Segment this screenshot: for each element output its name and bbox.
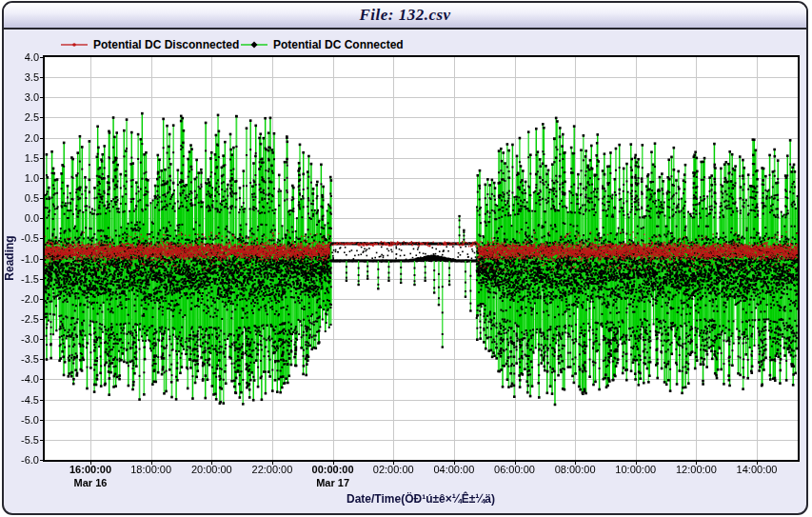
x-tick-label: 14:00:00	[723, 464, 790, 475]
x-tick-label: 08:00:00	[542, 464, 608, 475]
legend-label-disconnected: Potential DC Disconnected	[93, 38, 239, 51]
connected-series-marker-icon	[240, 36, 268, 53]
x-tick-label: 20:00:00	[178, 464, 245, 475]
y-tick-label: -3.0	[10, 333, 39, 345]
window-titlebar: File: 132.csv	[4, 3, 806, 30]
chart-canvas[interactable]	[38, 52, 807, 468]
x-tick-label: 18:00:00	[118, 464, 185, 475]
legend-label-connected: Potential DC Connected	[273, 38, 404, 51]
y-tick-label: -6.0	[10, 454, 39, 466]
y-tick-label: -4.0	[10, 373, 39, 385]
x-tick-label: 10:00:00	[603, 464, 669, 475]
y-tick-label: 4.0	[10, 51, 39, 63]
y-tick-label: 0.5	[10, 192, 39, 204]
x-tick-label: 12:00:00	[663, 464, 729, 475]
x-tick-label: 04:00:00	[421, 464, 487, 475]
legend-item-disconnected: Potential DC Disconnected	[60, 37, 239, 52]
app-page: File: 132.csv Potential DC Disconnected …	[0, 0, 812, 517]
x-tick-label: 16:00:00	[57, 464, 124, 475]
x-date-label: Mar 16	[57, 477, 124, 488]
y-axis-title: Reading	[3, 220, 16, 296]
x-tick-label: 06:00:00	[482, 464, 548, 475]
x-tick-label: 02:00:00	[360, 464, 426, 475]
x-tick-label: 00:00:00	[300, 464, 366, 475]
window-title: File: 132.csv	[359, 6, 450, 25]
y-tick-label: -5.0	[10, 414, 39, 426]
y-tick-label: -4.5	[10, 394, 39, 406]
y-tick-label: 2.5	[10, 111, 39, 123]
y-tick-label: 1.5	[10, 152, 39, 164]
x-date-label: Mar 17	[300, 477, 366, 488]
y-tick-label: 1.0	[10, 172, 39, 184]
legend-item-connected: Potential DC Connected	[240, 37, 404, 52]
x-tick-label: 22:00:00	[239, 464, 306, 475]
y-tick-label: -3.5	[10, 353, 39, 365]
y-tick-label: 2.0	[10, 132, 39, 144]
y-tick-label: 3.0	[10, 91, 39, 103]
disconnected-series-marker-icon	[60, 36, 89, 53]
y-tick-label: 3.5	[10, 71, 39, 83]
y-tick-label: -5.5	[10, 434, 39, 446]
y-tick-label: -2.5	[10, 313, 39, 325]
x-axis-title: Date/Time(ÖÐ¹ú±ê×¼Ê±¼ä)	[278, 492, 564, 506]
